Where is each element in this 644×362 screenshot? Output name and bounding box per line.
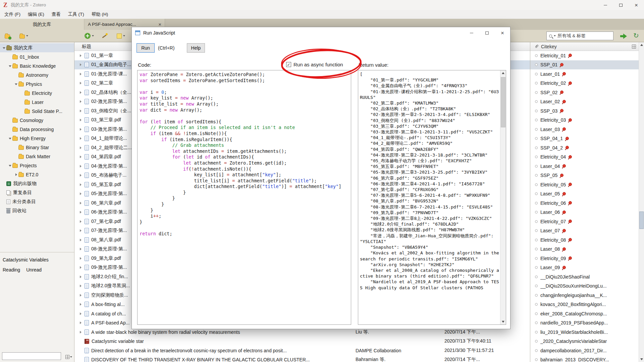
citekey-row[interactable]: Laser_08 <box>530 245 639 254</box>
title-column-header[interactable]: 标题 <box>82 44 91 50</box>
collection-row[interactable]: Electricity <box>0 88 74 98</box>
twisty-icon[interactable] <box>14 82 18 86</box>
expand-chevron-icon[interactable] <box>79 284 83 288</box>
expand-chevron-icon[interactable] <box>79 312 83 316</box>
citekey-row[interactable]: changjinfengleiguojianhua__K... <box>530 291 639 300</box>
collection-row[interactable]: Cosmology <box>0 116 74 125</box>
column-picker-icon[interactable] <box>632 45 636 49</box>
dialog-close-button[interactable] <box>495 27 510 39</box>
collection-row[interactable]: ET2.0 <box>0 170 74 179</box>
twisty-icon[interactable] <box>2 199 6 204</box>
tag-filter-input[interactable] <box>2 352 61 360</box>
expand-chevron-icon[interactable] <box>79 339 83 343</box>
collection-row[interactable]: Binary Star <box>0 143 74 152</box>
window-maximize-button[interactable] <box>613 0 629 10</box>
collection-row[interactable]: 01_Inbox <box>0 52 74 61</box>
collection-row[interactable]: 重复条目 <box>0 188 74 197</box>
menu-item[interactable]: 查看 <box>48 11 64 17</box>
twisty-icon[interactable] <box>20 109 24 114</box>
new-item-button[interactable] <box>85 32 94 40</box>
citekey-row[interactable]: SSP_05 <box>530 171 639 180</box>
dialog-maximize-button[interactable] <box>479 27 495 39</box>
citekey-row[interactable]: bahramian_2013_DISCOVERY... <box>530 355 639 362</box>
add-by-identifier-button[interactable] <box>101 32 108 40</box>
collection-row[interactable]: Projects <box>0 161 74 170</box>
expand-chevron-icon[interactable] <box>79 330 83 334</box>
locate-button[interactable] <box>620 34 628 39</box>
run-button[interactable]: Run <box>137 43 155 53</box>
citekey-row[interactable]: SSP_03 <box>530 106 639 116</box>
twisty-icon[interactable] <box>8 55 12 59</box>
citekey-row[interactable]: Laser_07 <box>530 226 639 236</box>
window-close-button[interactable] <box>629 0 644 10</box>
citekey-row[interactable]: __DiQiu20SouXunHeiDongLu... <box>530 282 639 291</box>
expand-chevron-icon[interactable] <box>79 109 83 113</box>
expand-chevron-icon[interactable] <box>79 229 83 233</box>
collection-row[interactable]: 未分类条目 <box>0 197 74 206</box>
citekey-row[interactable]: Laser_02 <box>530 97 639 107</box>
expand-chevron-icon[interactable] <box>79 100 83 104</box>
twisty-icon[interactable] <box>14 172 18 177</box>
expand-chevron-icon[interactable] <box>79 247 83 251</box>
code-editor[interactable]: var ZoteroPane = Zotero.getActiveZoteroP… <box>137 70 351 325</box>
item-list-scrollbar[interactable] <box>639 42 644 362</box>
expand-chevron-icon[interactable] <box>79 118 83 122</box>
twisty-icon[interactable] <box>8 64 12 68</box>
collection-row[interactable]: 我的出版物 <box>0 179 74 188</box>
twisty-icon[interactable] <box>14 145 18 150</box>
expand-chevron-icon[interactable] <box>79 293 83 297</box>
citekey-row[interactable]: Laser_01 <box>530 69 639 79</box>
twisty-icon[interactable] <box>2 190 6 195</box>
scrollbar-thumb[interactable] <box>501 77 505 127</box>
citekey-row[interactable]: Laser_06 <box>530 208 639 217</box>
expand-chevron-icon[interactable] <box>79 265 83 269</box>
citekey-column-header[interactable]: Citekey <box>541 44 557 49</box>
expand-chevron-icon[interactable] <box>79 358 83 362</box>
citekey-row[interactable]: Eletricity_02 <box>530 79 639 88</box>
window-minimize-button[interactable] <box>598 0 613 10</box>
citekey-row[interactable]: dampecollaboration_2017_Dir... <box>530 346 639 355</box>
collection-row[interactable]: 回收站 <box>0 206 74 215</box>
expand-chevron-icon[interactable] <box>79 127 83 131</box>
expand-chevron-icon[interactable] <box>79 136 83 140</box>
expand-chevron-icon[interactable] <box>79 349 83 353</box>
expand-chevron-icon[interactable] <box>79 192 83 196</box>
menu-item[interactable]: 工具 (T) <box>64 11 88 17</box>
twisty-icon[interactable] <box>8 163 12 168</box>
expand-chevron-icon[interactable] <box>79 220 83 224</box>
citekey-row[interactable]: SSP_04_1 <box>530 134 639 143</box>
new-group-button[interactable] <box>19 32 28 40</box>
item-row[interactable]: Cataclysmic variable star 2020/7/13 下午9:… <box>74 337 530 346</box>
collection-row[interactable]: High Energy <box>0 134 74 143</box>
citekey-row[interactable]: Eletricity_06 <box>530 198 639 208</box>
dialog-minimize-button[interactable] <box>464 27 479 39</box>
collection-row[interactable]: Laser <box>0 98 74 107</box>
return-value-content[interactable]: [ "01_第一章.pdf": "YYGCXLBM" "01_金属自由电子气（全… <box>358 70 500 324</box>
menu-item[interactable]: 帮助 (H) <box>88 11 112 17</box>
twisty-icon[interactable] <box>8 127 12 132</box>
collection-row[interactable]: Dark Matter <box>0 152 74 161</box>
scroll-up-arrow-icon[interactable] <box>500 70 506 76</box>
citekey-row[interactable]: _2020_CataclysmicVariableStar <box>530 337 639 346</box>
tag[interactable]: Unread <box>26 265 42 275</box>
item-row[interactable]: DISCOVERY OF THE THIRD TRANSIENT X-RAY B… <box>74 355 530 362</box>
citekey-row[interactable]: Laser_05 <box>530 189 639 199</box>
new-note-button[interactable] <box>117 32 125 40</box>
citekey-row[interactable]: Eletricity_01 <box>530 51 639 60</box>
expand-chevron-icon[interactable] <box>79 275 83 279</box>
help-button[interactable]: Help <box>187 43 205 53</box>
expand-chevron-icon[interactable] <box>79 238 83 242</box>
tab-library[interactable]: 我的文库 <box>0 19 84 30</box>
collection-row[interactable]: 我的文库 <box>0 43 74 52</box>
expand-chevron-icon[interactable] <box>79 146 83 150</box>
collection-row[interactable]: Astronomy <box>0 70 74 79</box>
expand-chevron-icon[interactable] <box>79 210 83 214</box>
citekey-row[interactable]: kovacs_2002_BoxfittingAlgori... <box>530 300 639 309</box>
return-value-scrollbar[interactable] <box>500 70 506 324</box>
sync-button[interactable] <box>633 32 639 39</box>
expand-chevron-icon[interactable] <box>79 81 83 85</box>
search-input[interactable]: 所有域 & 标签 <box>546 32 613 40</box>
citekey-header[interactable]: Citekey <box>530 42 639 51</box>
search-scope-caret-icon[interactable] <box>554 35 556 37</box>
citekey-row[interactable]: SSP_01 <box>530 60 639 70</box>
